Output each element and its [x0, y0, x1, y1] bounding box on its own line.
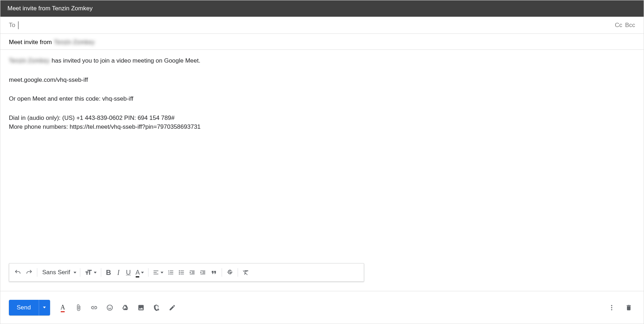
body-code-line: Or open Meet and enter this code: vhq-ss…: [9, 94, 635, 103]
attach-file-button[interactable]: [72, 301, 85, 314]
bold-button[interactable]: B: [103, 266, 113, 279]
send-options-button[interactable]: [39, 300, 50, 315]
discard-draft-button[interactable]: [622, 301, 635, 314]
svg-point-5: [110, 307, 111, 307]
underline-button[interactable]: U: [123, 266, 133, 279]
strikethrough-button[interactable]: [224, 266, 236, 279]
chevron-down-icon: [94, 272, 97, 273]
send-button[interactable]: Send: [9, 300, 39, 315]
chevron-down-icon: [161, 272, 163, 273]
font-size-button[interactable]: [82, 266, 99, 279]
chevron-down-icon: [43, 307, 46, 308]
svg-point-8: [611, 309, 612, 310]
bottom-action-bar: Send A: [0, 291, 644, 324]
insert-emoji-button[interactable]: [103, 301, 116, 314]
align-button[interactable]: [151, 266, 166, 279]
body-redacted-name: Tenzin Zomkey: [9, 56, 49, 65]
subject-redacted-name: Tenzin Zomkey: [54, 39, 94, 46]
svg-point-6: [611, 305, 612, 306]
indent-more-button[interactable]: [197, 266, 208, 279]
bcc-button[interactable]: Bcc: [625, 22, 635, 29]
redo-button[interactable]: [23, 266, 35, 279]
svg-point-3: [107, 305, 112, 310]
font-family-label: Sans Serif: [42, 269, 70, 276]
svg-point-0: [179, 270, 180, 271]
window-title: Meet invite from Tenzin Zomkey: [7, 5, 93, 12]
italic-button[interactable]: I: [113, 266, 123, 279]
chevron-down-icon: [74, 272, 76, 273]
body-dialin-line: Dial in (audio only): (US) +1 443-839-06…: [9, 113, 635, 123]
formatting-options-button[interactable]: A: [56, 301, 69, 314]
undo-button[interactable]: [12, 266, 23, 279]
cc-button[interactable]: Cc: [615, 22, 622, 29]
insert-signature-button[interactable]: [166, 301, 179, 314]
numbered-list-button[interactable]: [166, 266, 176, 279]
to-input[interactable]: [18, 20, 615, 30]
insert-drive-button[interactable]: [119, 301, 132, 314]
svg-point-4: [108, 307, 109, 307]
chevron-down-icon: [141, 272, 144, 273]
subject-prefix: Meet invite from: [9, 39, 52, 46]
indent-less-button[interactable]: [187, 266, 197, 279]
confidential-mode-button[interactable]: [150, 301, 163, 314]
subject-row[interactable]: Meet invite from Tenzin Zomkey: [0, 34, 644, 50]
remove-formatting-button[interactable]: [240, 266, 251, 279]
compose-body[interactable]: Tenzin Zomkey has invited you to join a …: [0, 50, 644, 249]
window-titlebar[interactable]: Meet invite from Tenzin Zomkey: [0, 0, 644, 17]
body-invite-text: has invited you to join a video meeting …: [52, 56, 200, 65]
send-button-group: Send: [9, 300, 50, 315]
to-label: To: [9, 22, 15, 29]
text-color-button[interactable]: A: [133, 266, 146, 279]
recipients-row: To Cc Bcc: [0, 17, 644, 34]
more-options-button[interactable]: [605, 301, 618, 314]
compose-window: Meet invite from Tenzin Zomkey To Cc Bcc…: [0, 0, 644, 324]
insert-photo-button[interactable]: [135, 301, 147, 314]
body-meet-link: meet.google.com/vhq-sseb-iff: [9, 75, 635, 85]
font-family-select[interactable]: Sans Serif: [39, 269, 78, 276]
svg-point-1: [179, 272, 180, 273]
body-more-numbers-line: More phone numbers: https://tel.meet/vhq…: [9, 122, 635, 132]
quote-button[interactable]: [208, 266, 220, 279]
insert-link-button[interactable]: [88, 301, 101, 314]
svg-point-2: [179, 273, 180, 275]
bullet-list-button[interactable]: [176, 266, 187, 279]
svg-point-7: [611, 307, 612, 308]
formatting-toolbar: Sans Serif B I U A: [9, 263, 364, 282]
